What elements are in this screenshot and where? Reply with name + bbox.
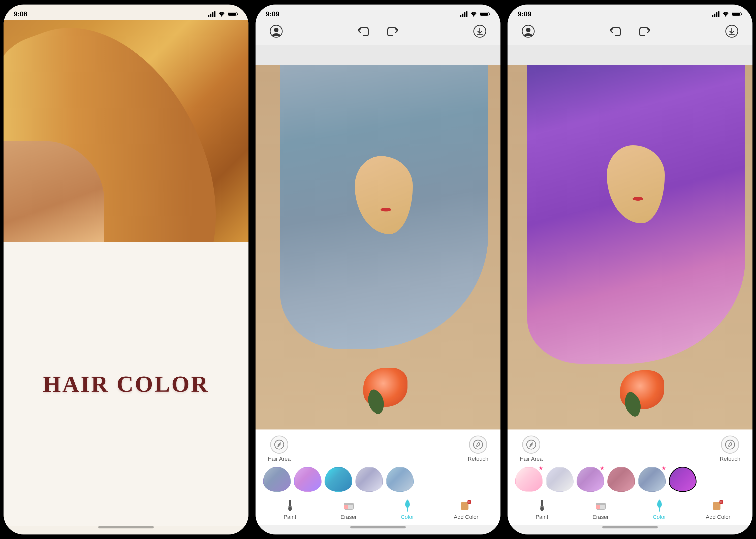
add-color-icon-2 — [460, 499, 473, 512]
retouch-button-2[interactable]: Retouch — [468, 435, 488, 462]
editor-canvas-2[interactable] — [255, 65, 501, 429]
svg-point-18 — [474, 440, 483, 449]
swatch-1-phone3[interactable]: ★ — [515, 467, 543, 492]
svg-rect-32 — [718, 11, 719, 17]
profile-button-3[interactable] — [520, 23, 537, 40]
add-color-icon-3 — [711, 499, 725, 512]
color-label-2: Color — [401, 514, 414, 520]
undo-button-2[interactable] — [355, 23, 372, 40]
svg-point-43 — [540, 506, 544, 511]
editor-bottom-3: Hair Area Retouch ★ — [508, 429, 752, 525]
tools-row-2: Paint Eraser — [255, 496, 501, 525]
swatch-1-phone2[interactable] — [263, 467, 291, 492]
swatch-2-phone3[interactable] — [546, 467, 574, 492]
battery-icon — [228, 11, 238, 17]
download-icon-3 — [725, 25, 738, 38]
add-color-tool-3[interactable]: Add Color — [703, 499, 733, 520]
download-button-2[interactable] — [471, 23, 488, 40]
paint-tool-2[interactable]: Paint — [275, 499, 305, 520]
swatch-5-phone2[interactable] — [386, 467, 414, 492]
svg-rect-49 — [713, 502, 720, 510]
hair-area-icon-3 — [522, 435, 540, 454]
phone-editor-1: 9:09 — [252, 0, 504, 539]
svg-rect-6 — [228, 13, 236, 16]
add-color-icon-svg-3 — [712, 500, 724, 511]
editor-canvas-3[interactable] — [508, 65, 752, 429]
retouch-icon-svg-3 — [724, 439, 736, 450]
svg-rect-31 — [716, 12, 717, 17]
lips-2 — [381, 208, 391, 211]
wifi-icon-2 — [470, 11, 477, 17]
download-button-3[interactable] — [723, 23, 740, 40]
color-icon-2 — [401, 499, 414, 512]
paint-icon-svg — [285, 499, 295, 511]
hair-area-button-3[interactable]: Hair Area — [520, 435, 543, 462]
status-time-2: 9:09 — [266, 10, 279, 18]
color-label-3: Color — [653, 514, 666, 520]
svg-point-48 — [659, 510, 660, 511]
svg-rect-1 — [210, 14, 212, 17]
splash-hair-image — [4, 20, 248, 242]
swatch-2-phone2[interactable] — [294, 467, 322, 492]
editor-bottom-2: Hair Area Retouch — [255, 429, 501, 525]
eraser-tool-2[interactable]: Eraser — [333, 499, 364, 520]
redo-button-3[interactable] — [636, 23, 653, 40]
swatch-5-phone3[interactable]: ★ — [638, 467, 666, 492]
lips-3 — [632, 197, 643, 201]
hair-area-button-2[interactable]: Hair Area — [268, 435, 291, 462]
premium-star-3: ★ — [600, 465, 605, 472]
eraser-tool-3[interactable]: Eraser — [586, 499, 616, 520]
svg-point-40 — [725, 440, 735, 449]
status-icons-1 — [208, 11, 238, 17]
status-icons-2 — [460, 11, 490, 17]
hair-area-label-2: Hair Area — [268, 456, 291, 462]
paint-label-3: Paint — [535, 514, 548, 520]
retouch-button-3[interactable]: Retouch — [720, 435, 740, 462]
svg-rect-19 — [289, 500, 291, 507]
swatch-3-phone3[interactable]: ★ — [577, 467, 604, 492]
color-tool-3[interactable]: Color — [644, 499, 675, 520]
swatch-3-phone2[interactable] — [325, 467, 352, 492]
redo-button-2[interactable] — [384, 23, 401, 40]
svg-rect-29 — [712, 15, 713, 17]
swatch-4-phone3[interactable] — [607, 467, 635, 492]
color-icon-3 — [653, 499, 666, 512]
color-tool-2[interactable]: Color — [392, 499, 423, 520]
profile-icon-3 — [521, 25, 535, 38]
eraser-icon-svg-3 — [595, 500, 606, 510]
phone-editor-2: 9:09 — [504, 0, 756, 539]
add-color-tool-2[interactable]: Add Color — [451, 499, 481, 520]
eraser-label-3: Eraser — [593, 514, 609, 520]
swatch-4-phone2[interactable] — [355, 467, 383, 492]
signal-icon-3 — [712, 11, 720, 17]
color-swatches-2 — [255, 465, 501, 496]
svg-rect-24 — [344, 503, 354, 505]
add-color-label-3: Add Color — [706, 514, 730, 520]
hair-area-icon-svg-3 — [526, 439, 537, 450]
status-time-3: 9:09 — [518, 10, 531, 18]
paint-label-2: Paint — [284, 514, 296, 520]
svg-point-11 — [473, 16, 474, 17]
color-icon-svg-3 — [655, 499, 664, 511]
svg-rect-46 — [596, 503, 606, 505]
svg-point-15 — [274, 28, 278, 32]
svg-point-4 — [221, 16, 222, 17]
svg-rect-30 — [714, 14, 715, 17]
svg-rect-9 — [464, 12, 465, 17]
svg-rect-10 — [466, 11, 467, 17]
retouch-icon-2 — [469, 435, 487, 454]
svg-point-37 — [526, 28, 530, 32]
hair-area-icon-svg — [274, 439, 285, 450]
profile-button-2[interactable] — [268, 23, 285, 40]
hair-area-icon-2 — [270, 435, 288, 454]
swatch-6-phone3[interactable] — [669, 467, 697, 492]
wifi-icon — [218, 11, 225, 17]
retouch-icon-3 — [721, 435, 739, 454]
paint-tool-3[interactable]: Paint — [527, 499, 557, 520]
undo-button-3[interactable] — [607, 23, 624, 40]
tools-row-3: Paint Eraser — [508, 496, 752, 525]
undo-icon — [358, 26, 369, 36]
status-bar-1: 9:08 — [4, 5, 248, 20]
download-icon — [473, 25, 486, 38]
paint-icon-svg-3 — [537, 499, 547, 511]
